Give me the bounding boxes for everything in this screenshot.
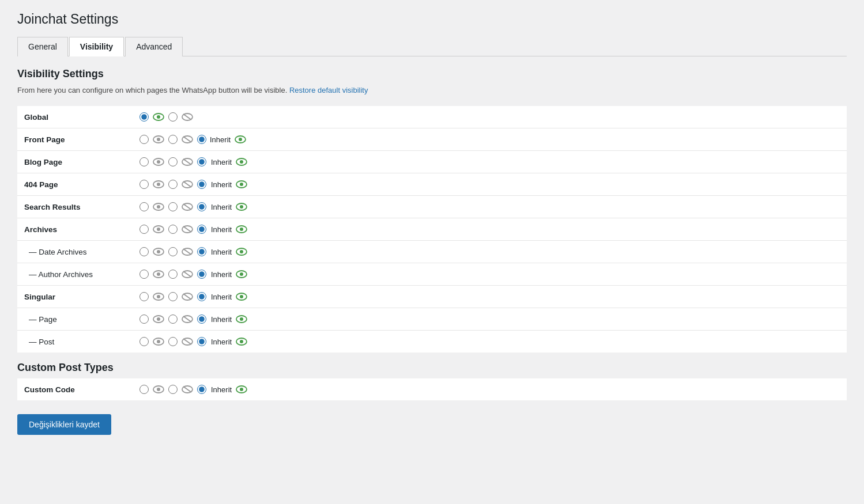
radio-input-show-blog-page[interactable] [139,157,149,166]
radio-input-show-post[interactable] [139,337,149,346]
inherit-eye-icon-author-archives [235,269,248,279]
radio-input-inherit-page[interactable] [197,314,206,324]
radio-input-show-author-archives[interactable] [139,270,149,279]
row-label-archives: Archives [17,218,133,241]
row-label-post: — Post [17,331,133,353]
radio-input-hide-front-page[interactable] [168,135,178,144]
radio-input-show-global[interactable] [139,112,149,122]
radio-input-inherit-author-archives[interactable] [197,270,206,279]
inherit-label-blog-page: Inherit [211,158,232,166]
table-row: — Post Inherit [17,331,847,353]
radio-input-inherit-date-archives[interactable] [197,247,206,256]
inherit-eye-icon-singular [235,291,248,302]
svg-line-49 [183,294,191,300]
save-button[interactable]: Değişiklikleri kaydet [17,414,111,435]
radio-input-show-date-archives[interactable] [139,247,149,256]
radio-input-show-page[interactable] [139,314,149,324]
radio-input-inherit-custom-code[interactable] [197,385,206,394]
radio-input-inherit-post[interactable] [197,337,206,346]
radio-input-show-singular[interactable] [139,292,149,301]
tab-advanced[interactable]: Advanced [125,37,183,56]
radio-input-hide-author-archives[interactable] [168,270,178,279]
eye-closed-icon-404-page [181,179,194,190]
eye-open-icon-global [152,112,165,122]
radio-input-hide-blog-page[interactable] [168,157,178,166]
radio-input-show-search-results[interactable] [139,202,149,211]
visibility-description: From here you can configure on which pag… [17,86,847,94]
inherit-label-custom-code: Inherit [211,385,232,394]
radio-group-404-page: Inherit [139,179,840,190]
row-label-404-page: 404 Page [17,173,133,196]
inherit-eye-icon-archives [235,224,248,234]
radio-input-hide-post[interactable] [168,337,178,346]
eye-closed-icon-archives [181,224,194,234]
radio-inherit-front-page[interactable]: Inherit [197,135,231,144]
radio-input-inherit-404-page[interactable] [197,180,206,189]
tab-general[interactable]: General [17,37,68,56]
inherit-eye-icon-post [235,336,248,347]
svg-line-55 [183,316,191,322]
svg-point-63 [240,340,243,343]
radio-input-hide-404-page[interactable] [168,180,178,189]
radio-group-archives: Inherit [139,224,840,234]
radio-input-hide-custom-code[interactable] [168,385,178,394]
radio-input-show-front-page[interactable] [139,135,149,144]
svg-point-5 [157,138,160,141]
svg-line-25 [183,204,191,210]
inherit-label-search-results: Inherit [211,203,232,211]
svg-point-53 [157,317,160,321]
radio-input-inherit-search-results[interactable] [197,202,206,211]
eye-closed-icon-post [181,336,194,347]
radio-hide-front-page[interactable] [168,135,178,144]
eye-open-icon-archives [152,224,165,234]
radio-input-inherit-front-page[interactable] [197,135,206,144]
eye-open-icon-front-page [152,134,165,145]
svg-point-27 [240,205,243,209]
eye-closed-icon-singular [181,291,194,302]
radio-hide-global[interactable] [168,112,178,122]
radio-group-front-page: Inherit [139,134,840,145]
radio-input-hide-date-archives[interactable] [168,247,178,256]
radio-show-global[interactable] [139,112,149,122]
svg-line-13 [183,159,191,165]
radio-group-date-archives: Inherit [139,247,840,257]
table-row: Global [17,106,847,128]
table-row: Archives Inherit [17,218,847,241]
svg-line-3 [183,114,191,120]
eye-open-icon-custom-code [152,384,165,395]
row-label-page: — Page [17,308,133,331]
svg-point-17 [157,183,160,186]
inherit-eye-icon-page [235,314,248,324]
row-label-search-results: Search Results [17,196,133,218]
radio-group-global [139,112,840,122]
svg-point-9 [239,138,242,141]
eye-open-icon-singular [152,291,165,302]
svg-line-43 [183,271,191,277]
svg-point-21 [240,183,243,186]
radio-input-show-archives[interactable] [139,225,149,234]
table-row: Singular Inherit [17,286,847,308]
radio-input-inherit-singular[interactable] [197,292,206,301]
radio-input-show-404-page[interactable] [139,180,149,189]
radio-input-hide-singular[interactable] [168,292,178,301]
tab-visibility[interactable]: Visibility [69,37,124,56]
radio-show-front-page[interactable] [139,135,149,144]
radio-input-hide-page[interactable] [168,314,178,324]
eye-open-icon-page [152,314,165,324]
inherit-label-404-page: Inherit [211,180,232,189]
svg-point-29 [157,228,160,231]
custom-post-types-title: Custom Post Types [17,353,847,378]
restore-default-link[interactable]: Restore default visibility [289,86,368,94]
svg-point-23 [157,205,160,209]
radio-input-inherit-archives[interactable] [197,225,206,234]
radio-group-post: Inherit [139,336,840,347]
inherit-label-date-archives: Inherit [211,248,232,256]
radio-input-inherit-blog-page[interactable] [197,157,206,166]
inherit-label-singular: Inherit [211,293,232,301]
radio-input-hide-archives[interactable] [168,225,178,234]
radio-input-hide-global[interactable] [168,112,178,122]
inherit-label-author-archives: Inherit [211,270,232,279]
eye-closed-icon-search-results [181,202,194,212]
radio-input-hide-search-results[interactable] [168,202,178,211]
radio-input-show-custom-code[interactable] [139,385,149,394]
